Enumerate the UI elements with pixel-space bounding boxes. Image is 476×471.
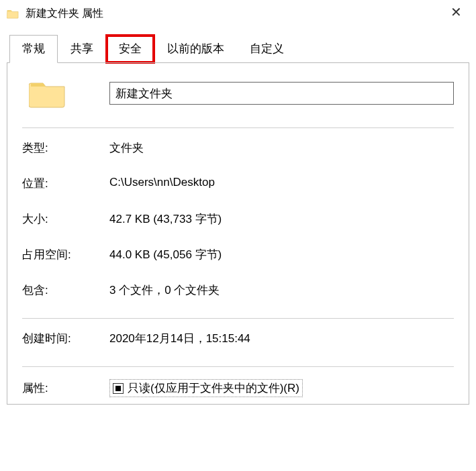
label-attributes: 属性: bbox=[22, 380, 109, 396]
tab-panel-general: 类型: 文件夹 位置: C:\Users\nn\Desktop 大小: 42.7… bbox=[7, 62, 469, 405]
tabs: 常规 共享 安全 以前的版本 自定义 bbox=[0, 35, 476, 63]
folder-large-icon bbox=[22, 78, 109, 109]
label-contains: 包含: bbox=[22, 282, 109, 298]
label-size-on-disk: 占用空间: bbox=[22, 247, 109, 262]
value-contains: 3 个文件，0 个文件夹 bbox=[109, 282, 454, 298]
folder-icon bbox=[7, 8, 19, 19]
window-title: 新建文件夹 属性 bbox=[26, 7, 103, 21]
tab-security[interactable]: 安全 bbox=[106, 35, 154, 63]
label-type: 类型: bbox=[22, 140, 109, 156]
tab-custom[interactable]: 自定义 bbox=[237, 35, 297, 63]
value-size-on-disk: 44.0 KB (45,056 字节) bbox=[109, 247, 454, 262]
readonly-checkbox[interactable] bbox=[113, 383, 124, 394]
tab-previous-versions[interactable]: 以前的版本 bbox=[154, 35, 237, 63]
titlebar: 新建文件夹 属性 ✕ bbox=[0, 0, 476, 25]
folder-name-input[interactable] bbox=[109, 82, 454, 105]
value-type: 文件夹 bbox=[109, 140, 454, 156]
value-created: 2020年12月14日，15:15:44 bbox=[109, 331, 454, 346]
label-size: 大小: bbox=[22, 211, 109, 227]
tab-share[interactable]: 共享 bbox=[58, 35, 106, 63]
close-button[interactable]: ✕ bbox=[442, 4, 469, 23]
separator bbox=[22, 366, 454, 367]
readonly-label: 只读(仅应用于文件夹中的文件)(R) bbox=[128, 380, 299, 396]
label-location: 位置: bbox=[22, 176, 109, 191]
label-created: 创建时间: bbox=[22, 331, 109, 346]
tab-general[interactable]: 常规 bbox=[9, 35, 58, 63]
value-size: 42.7 KB (43,733 字节) bbox=[109, 211, 454, 227]
separator bbox=[22, 127, 454, 128]
value-location: C:\Users\nn\Desktop bbox=[109, 176, 454, 191]
separator bbox=[22, 318, 454, 319]
